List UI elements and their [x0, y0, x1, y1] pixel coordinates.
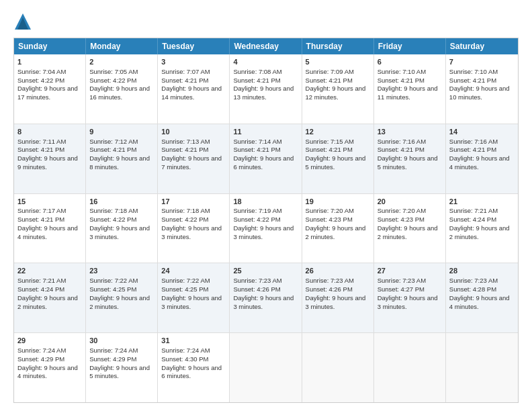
calendar-cell: 7Sunrise: 7:10 AM Sunset: 4:21 PM Daylig…	[446, 54, 518, 124]
calendar-cell: 19Sunrise: 7:20 AM Sunset: 4:23 PM Dayli…	[302, 194, 374, 263]
day-info: Sunrise: 7:13 AM Sunset: 4:21 PM Dayligh…	[161, 138, 222, 171]
day-number: 7	[449, 57, 515, 67]
calendar-cell: 13Sunrise: 7:16 AM Sunset: 4:21 PM Dayli…	[374, 124, 446, 193]
day-info: Sunrise: 7:21 AM Sunset: 4:24 PM Dayligh…	[17, 277, 78, 310]
day-info: Sunrise: 7:24 AM Sunset: 4:29 PM Dayligh…	[89, 347, 150, 379]
day-info: Sunrise: 7:23 AM Sunset: 4:26 PM Dayligh…	[233, 277, 294, 310]
calendar-row: 8Sunrise: 7:11 AM Sunset: 4:21 PM Daylig…	[14, 124, 518, 194]
calendar-cell: 23Sunrise: 7:22 AM Sunset: 4:25 PM Dayli…	[86, 263, 158, 332]
header	[13, 12, 519, 31]
day-info: Sunrise: 7:23 AM Sunset: 4:28 PM Dayligh…	[449, 277, 510, 310]
day-number: 11	[233, 127, 298, 137]
day-number: 17	[161, 197, 226, 207]
calendar-cell: 5Sunrise: 7:09 AM Sunset: 4:21 PM Daylig…	[302, 54, 374, 124]
calendar-row: 1Sunrise: 7:04 AM Sunset: 4:22 PM Daylig…	[14, 54, 518, 124]
day-number: 26	[306, 266, 370, 276]
day-info: Sunrise: 7:16 AM Sunset: 4:21 PM Dayligh…	[378, 138, 438, 171]
day-info: Sunrise: 7:15 AM Sunset: 4:21 PM Dayligh…	[306, 138, 366, 171]
page: SundayMondayTuesdayWednesdayThursdayFrid…	[0, 0, 532, 411]
day-number: 5	[306, 57, 370, 67]
day-number: 6	[378, 57, 442, 67]
day-info: Sunrise: 7:09 AM Sunset: 4:21 PM Dayligh…	[306, 68, 366, 101]
calendar-cell: 29Sunrise: 7:24 AM Sunset: 4:29 PM Dayli…	[14, 333, 86, 402]
calendar-cell: 26Sunrise: 7:23 AM Sunset: 4:26 PM Dayli…	[302, 263, 374, 332]
day-number: 8	[17, 127, 82, 137]
day-info: Sunrise: 7:10 AM Sunset: 4:21 PM Dayligh…	[449, 68, 510, 101]
day-number: 1	[17, 57, 82, 67]
calendar-cell: 30Sunrise: 7:24 AM Sunset: 4:29 PM Dayli…	[86, 333, 158, 402]
calendar-body: 1Sunrise: 7:04 AM Sunset: 4:22 PM Daylig…	[14, 54, 518, 402]
day-number: 25	[233, 266, 298, 276]
day-info: Sunrise: 7:10 AM Sunset: 4:21 PM Dayligh…	[378, 68, 438, 101]
calendar-header-cell: Monday	[86, 38, 158, 54]
day-number: 30	[89, 336, 154, 346]
day-info: Sunrise: 7:23 AM Sunset: 4:27 PM Dayligh…	[378, 277, 438, 310]
calendar-cell: 16Sunrise: 7:18 AM Sunset: 4:22 PM Dayli…	[86, 194, 158, 263]
day-info: Sunrise: 7:17 AM Sunset: 4:21 PM Dayligh…	[17, 207, 78, 240]
day-number: 31	[161, 336, 226, 346]
day-number: 4	[233, 57, 298, 67]
day-number: 27	[378, 266, 442, 276]
calendar-cell: 25Sunrise: 7:23 AM Sunset: 4:26 PM Dayli…	[230, 263, 302, 332]
day-number: 19	[306, 197, 370, 207]
day-number: 28	[449, 266, 515, 276]
calendar-row: 29Sunrise: 7:24 AM Sunset: 4:29 PM Dayli…	[14, 333, 518, 402]
calendar-cell: 2Sunrise: 7:05 AM Sunset: 4:22 PM Daylig…	[86, 54, 158, 124]
day-number: 10	[161, 127, 226, 137]
day-info: Sunrise: 7:18 AM Sunset: 4:22 PM Dayligh…	[161, 207, 222, 240]
calendar-cell: 28Sunrise: 7:23 AM Sunset: 4:28 PM Dayli…	[446, 263, 518, 332]
calendar-cell: 9Sunrise: 7:12 AM Sunset: 4:21 PM Daylig…	[86, 124, 158, 193]
day-number: 16	[89, 197, 154, 207]
day-number: 14	[449, 127, 515, 137]
day-info: Sunrise: 7:19 AM Sunset: 4:22 PM Dayligh…	[233, 207, 294, 240]
calendar-header-cell: Tuesday	[158, 38, 230, 54]
calendar-row: 22Sunrise: 7:21 AM Sunset: 4:24 PM Dayli…	[14, 263, 518, 333]
day-number: 29	[17, 336, 82, 346]
calendar-header-cell: Saturday	[446, 38, 518, 54]
day-info: Sunrise: 7:11 AM Sunset: 4:21 PM Dayligh…	[17, 138, 78, 171]
calendar-cell	[446, 333, 518, 402]
calendar-cell: 20Sunrise: 7:20 AM Sunset: 4:23 PM Dayli…	[374, 194, 446, 263]
calendar-cell: 10Sunrise: 7:13 AM Sunset: 4:21 PM Dayli…	[158, 124, 230, 193]
day-info: Sunrise: 7:04 AM Sunset: 4:22 PM Dayligh…	[17, 68, 78, 101]
calendar-cell	[230, 333, 302, 402]
calendar-cell: 17Sunrise: 7:18 AM Sunset: 4:22 PM Dayli…	[158, 194, 230, 263]
day-info: Sunrise: 7:12 AM Sunset: 4:21 PM Dayligh…	[89, 138, 150, 171]
day-number: 3	[161, 57, 226, 67]
day-info: Sunrise: 7:24 AM Sunset: 4:29 PM Dayligh…	[17, 347, 78, 379]
day-info: Sunrise: 7:21 AM Sunset: 4:24 PM Dayligh…	[449, 207, 510, 240]
day-number: 9	[89, 127, 154, 137]
calendar-header-cell: Wednesday	[230, 38, 302, 54]
calendar-header-cell: Friday	[374, 38, 446, 54]
logo	[13, 12, 35, 31]
day-info: Sunrise: 7:05 AM Sunset: 4:22 PM Dayligh…	[89, 68, 150, 101]
calendar-cell: 1Sunrise: 7:04 AM Sunset: 4:22 PM Daylig…	[14, 54, 86, 124]
day-number: 18	[233, 197, 298, 207]
calendar-cell: 24Sunrise: 7:22 AM Sunset: 4:25 PM Dayli…	[158, 263, 230, 332]
calendar-cell: 3Sunrise: 7:07 AM Sunset: 4:21 PM Daylig…	[158, 54, 230, 124]
calendar-header-cell: Thursday	[302, 38, 374, 54]
day-number: 23	[89, 266, 154, 276]
calendar-header: SundayMondayTuesdayWednesdayThursdayFrid…	[14, 38, 518, 54]
calendar-cell: 21Sunrise: 7:21 AM Sunset: 4:24 PM Dayli…	[446, 194, 518, 263]
calendar-cell: 18Sunrise: 7:19 AM Sunset: 4:22 PM Dayli…	[230, 194, 302, 263]
calendar-cell: 6Sunrise: 7:10 AM Sunset: 4:21 PM Daylig…	[374, 54, 446, 124]
day-number: 15	[17, 197, 82, 207]
calendar-cell: 4Sunrise: 7:08 AM Sunset: 4:21 PM Daylig…	[230, 54, 302, 124]
calendar-cell: 22Sunrise: 7:21 AM Sunset: 4:24 PM Dayli…	[14, 263, 86, 332]
day-number: 21	[449, 197, 515, 207]
logo-icon	[13, 12, 32, 31]
day-info: Sunrise: 7:07 AM Sunset: 4:21 PM Dayligh…	[161, 68, 222, 101]
day-number: 13	[378, 127, 442, 137]
day-info: Sunrise: 7:22 AM Sunset: 4:25 PM Dayligh…	[89, 277, 150, 310]
day-info: Sunrise: 7:23 AM Sunset: 4:26 PM Dayligh…	[306, 277, 366, 310]
day-number: 22	[17, 266, 82, 276]
day-info: Sunrise: 7:18 AM Sunset: 4:22 PM Dayligh…	[89, 207, 150, 240]
day-number: 2	[89, 57, 154, 67]
calendar-cell: 15Sunrise: 7:17 AM Sunset: 4:21 PM Dayli…	[14, 194, 86, 263]
day-number: 20	[378, 197, 442, 207]
day-info: Sunrise: 7:24 AM Sunset: 4:30 PM Dayligh…	[161, 347, 222, 379]
day-info: Sunrise: 7:20 AM Sunset: 4:23 PM Dayligh…	[378, 207, 438, 240]
calendar-cell	[374, 333, 446, 402]
calendar-cell: 11Sunrise: 7:14 AM Sunset: 4:21 PM Dayli…	[230, 124, 302, 193]
